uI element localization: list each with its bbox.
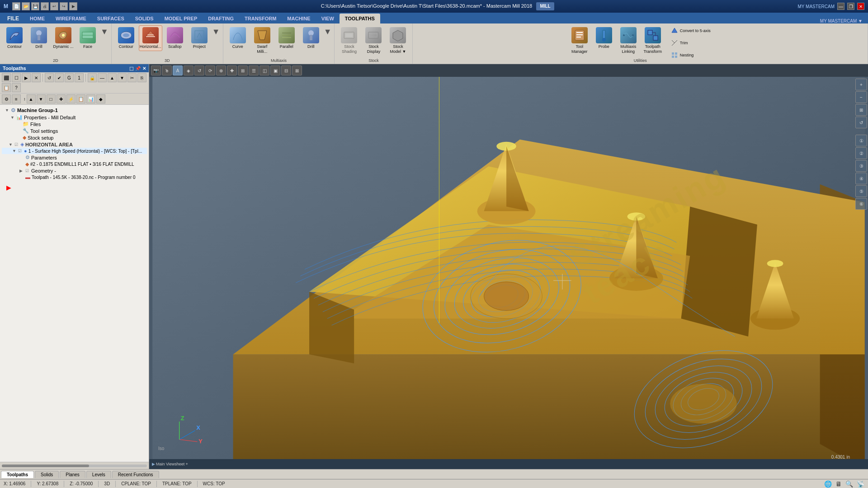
tool2-a[interactable]: ▲ xyxy=(27,94,36,103)
tool2-b[interactable]: ▼ xyxy=(37,94,46,103)
btn-contour-2d[interactable]: Contour xyxy=(3,25,26,51)
tree-parameters[interactable]: ⚙ Parameters xyxy=(2,154,147,161)
tree-tool-ref[interactable]: ◆ #2 - 0.1875 ENDMILL1 FLAT • 3/16 FLAT … xyxy=(2,161,147,168)
vp-btn-10[interactable]: ☰ xyxy=(249,66,259,75)
vp-btn-camera[interactable]: 📷 xyxy=(151,66,161,75)
btn-project[interactable]: Project xyxy=(188,25,211,51)
btn-curve[interactable]: Curve xyxy=(226,25,250,51)
status-network-icon[interactable]: 📡 xyxy=(857,480,864,488)
rp-zoom-out[interactable]: − xyxy=(855,91,867,103)
btn-tool-manager[interactable]: ToolManager xyxy=(568,25,591,56)
qa-undo[interactable]: ↩ xyxy=(50,2,58,10)
tool-deselect[interactable]: ☐ xyxy=(12,73,21,82)
minimize-btn[interactable]: — xyxy=(837,3,844,10)
tool-collapse[interactable]: — xyxy=(98,73,107,82)
group-multiaxis-expand[interactable]: ▼ xyxy=(324,27,332,37)
tool2-filter[interactable]: ⚙ xyxy=(2,94,11,103)
rp-view2[interactable]: ② xyxy=(855,147,867,159)
tool-run-sel[interactable]: ▶ xyxy=(22,73,31,82)
rp-view6[interactable]: ⑥ xyxy=(855,198,867,210)
viewport[interactable]: 📷 🖱 A ◈ ↺ ⟳ ⊕ ✚ ⊞ ☰ ◫ ▣ ⊟ ⊠ xyxy=(149,64,868,469)
vp-btn-4[interactable]: ◈ xyxy=(184,66,193,75)
status-search-icon[interactable]: 🔍 xyxy=(845,480,853,488)
tool-move-dn[interactable]: ▼ xyxy=(118,73,127,82)
status-display-icon[interactable]: 🖥 xyxy=(835,480,842,488)
vp-btn-8[interactable]: ✚ xyxy=(227,66,237,75)
btn-face[interactable]: Face xyxy=(76,25,99,51)
vp-btn-7[interactable]: ⊕ xyxy=(216,66,226,75)
vp-btn-select[interactable]: A xyxy=(173,66,183,75)
rp-view5[interactable]: ⑤ xyxy=(855,185,867,197)
tab-solids[interactable]: SOLIDS xyxy=(130,14,159,23)
tab-levels-bottom[interactable]: Levels xyxy=(86,471,111,478)
qa-new[interactable]: 📄 xyxy=(12,2,20,10)
tab-machine[interactable]: MACHINE xyxy=(282,14,316,23)
btn-toolpath-transform[interactable]: ToolpathTransform xyxy=(641,25,665,56)
tool2-e[interactable]: ⚡ xyxy=(66,94,75,103)
tab-surfaces[interactable]: SURFACES xyxy=(92,14,130,23)
tab-recent-bottom[interactable]: Recent Functions xyxy=(112,471,159,478)
expand-horizontal-area[interactable]: ▼ xyxy=(9,142,13,147)
tree-tool-settings[interactable]: 🔧 Tool settings xyxy=(2,127,147,134)
tool2-h[interactable]: ◆ xyxy=(96,94,105,103)
tool-lock[interactable]: 🔒 xyxy=(88,73,97,82)
panel-dock-btn[interactable]: 📌 xyxy=(135,66,141,71)
vp-btn-5[interactable]: ↺ xyxy=(194,66,204,75)
btn-contour-3d[interactable]: Contour xyxy=(114,25,138,51)
btn-scallop[interactable]: Scallop xyxy=(163,25,187,51)
tool2-c[interactable]: □ xyxy=(47,94,56,103)
scrollbar-thumb[interactable] xyxy=(2,465,89,467)
qa-redo[interactable]: ↪ xyxy=(60,2,68,10)
group-3d-expand[interactable]: ▼ xyxy=(212,27,220,37)
tool-post[interactable]: G xyxy=(65,73,74,82)
tool-hl[interactable]: 1 xyxy=(75,73,84,82)
tab-planes-bottom[interactable]: Planes xyxy=(60,471,85,478)
rp-view3[interactable]: ③ xyxy=(855,160,867,172)
btn-convert-5axis[interactable]: Convert to 5-axis xyxy=(668,25,713,36)
vp-btn-6[interactable]: ⟳ xyxy=(205,66,215,75)
rp-fit[interactable]: ⊞ xyxy=(855,104,867,116)
vp-btn-11[interactable]: ◫ xyxy=(259,66,269,75)
tab-home[interactable]: HOME xyxy=(24,14,50,23)
tab-solids-bottom[interactable]: Solids xyxy=(35,471,59,478)
qa-run[interactable]: ▶ xyxy=(69,2,77,10)
btn-multiaxis-linking[interactable]: MultiaxisLinking xyxy=(617,25,640,56)
my-mastercam-link[interactable]: MY MASTERCAM ▼ xyxy=(816,19,866,23)
tree-horizontal-area[interactable]: ▼ ☑ ◈ HORIZONTAL AREA xyxy=(2,141,147,148)
btn-stock-model[interactable]: Stock Model ▼ xyxy=(386,25,410,56)
tool-help[interactable]: ? xyxy=(12,83,21,92)
tab-wireframe[interactable]: WIREFRAME xyxy=(50,14,92,23)
qa-open[interactable]: 📂 xyxy=(22,2,30,10)
vp-btn-14[interactable]: ⊠ xyxy=(292,66,302,75)
check-op1[interactable]: ☑ xyxy=(18,149,22,153)
check-geometry[interactable]: ☑ xyxy=(25,169,29,173)
btn-drill-2d[interactable]: Drill xyxy=(27,25,51,51)
rp-zoom-in[interactable]: + xyxy=(855,79,867,90)
tab-toolpaths-bottom[interactable]: Toolpaths xyxy=(1,471,34,478)
tool2-f[interactable]: 📋 xyxy=(76,94,85,103)
tool-select-all[interactable]: ⬛ xyxy=(2,73,11,82)
btn-stock-shading[interactable]: Stock Shading xyxy=(337,25,361,56)
qa-save[interactable]: 💾 xyxy=(31,2,39,10)
tree-geometry[interactable]: ▶ ☑ Geometry - xyxy=(2,168,147,174)
tool-regen[interactable]: ↺ xyxy=(45,73,54,82)
tab-file[interactable]: FILE xyxy=(2,14,24,23)
vp-btn-9[interactable]: ⊞ xyxy=(238,66,248,75)
tree-stock-setup[interactable]: ◆ Stock setup xyxy=(2,134,147,141)
btn-trim[interactable]: Trim xyxy=(668,38,713,48)
maximize-btn[interactable]: ❐ xyxy=(847,3,854,10)
tree-op1[interactable]: ▼ ☑ ● 1 - Surface High Speed (Horizontal… xyxy=(2,148,147,154)
tool-move-up[interactable]: ▲ xyxy=(108,73,117,82)
btn-dynamic[interactable]: Dynamic ... xyxy=(52,25,75,51)
btn-horizontal[interactable]: Horizontal... xyxy=(139,25,162,51)
tool2-g[interactable]: 📊 xyxy=(86,94,95,103)
tool-cut[interactable]: ✂ xyxy=(127,73,137,82)
rp-view4[interactable]: ④ xyxy=(855,173,867,184)
tab-drafting[interactable]: DRAFTING xyxy=(203,14,239,23)
tool-delete-sel[interactable]: ✕ xyxy=(32,73,41,82)
group-2d-expand[interactable]: ▼ xyxy=(100,27,108,37)
btn-parallel[interactable]: Parallel xyxy=(275,25,298,51)
panel-float-btn[interactable]: ⬚ xyxy=(129,66,133,71)
status-globe-icon[interactable]: 🌐 xyxy=(824,480,832,488)
scrollbar-track[interactable] xyxy=(2,465,147,467)
